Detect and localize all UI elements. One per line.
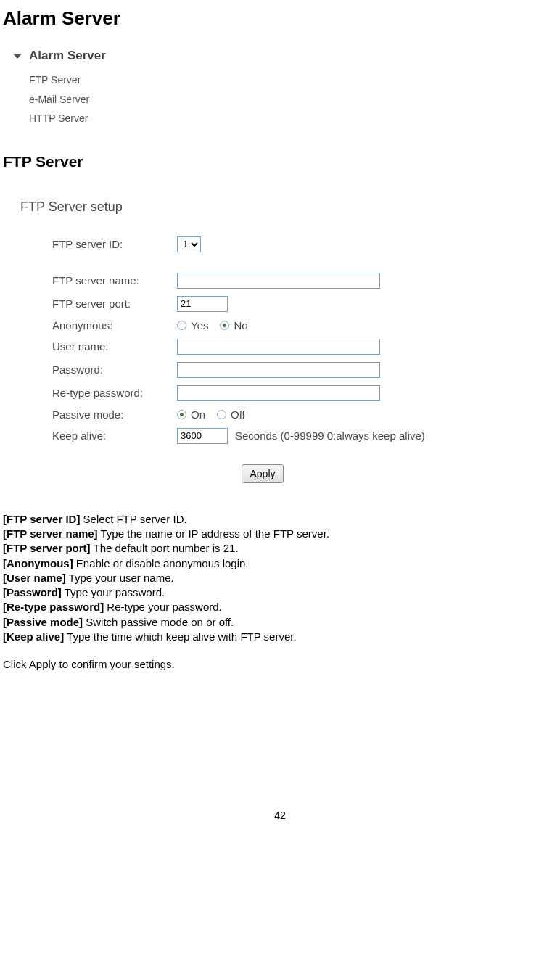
nav-block: Alarm Server FTP Server e-Mail Server HT… xyxy=(13,49,560,128)
label-password: Password: xyxy=(52,363,177,376)
ftp-setup-panel: FTP Server setup FTP server ID: 1 FTP se… xyxy=(20,199,560,483)
input-server-name[interactable] xyxy=(177,273,380,289)
row-server-port: FTP server port: xyxy=(52,296,560,312)
row-passive: Passive mode: On Off xyxy=(52,408,560,421)
desc-passive: [Passive mode] Switch passive mode on or… xyxy=(3,615,560,630)
radio-passive-off[interactable] xyxy=(217,410,226,419)
radio-passive-on[interactable] xyxy=(177,410,186,419)
description-block: [FTP server ID] Select FTP server ID. [F… xyxy=(3,512,560,672)
radio-anonymous-yes[interactable] xyxy=(177,321,186,330)
form-area: FTP server ID: 1 FTP server name: FTP se… xyxy=(52,236,560,483)
nav-item-ftp: FTP Server xyxy=(29,70,560,90)
radio-label-no: No xyxy=(234,319,247,332)
page-number: 42 xyxy=(0,810,560,828)
input-user-name[interactable] xyxy=(177,339,380,355)
desc-retype: [Re-type password] Re-type your password… xyxy=(3,600,560,614)
click-apply-line: Click Apply to confirm your settings. xyxy=(3,657,560,672)
select-server-id[interactable]: 1 xyxy=(177,236,201,252)
nav-title-label: Alarm Server xyxy=(29,49,106,63)
label-server-port: FTP server port: xyxy=(52,297,177,310)
desc-server-port: [FTP server port] The default port numbe… xyxy=(3,541,560,556)
radio-label-yes: Yes xyxy=(191,319,208,332)
label-server-name: FTP server name: xyxy=(52,274,177,287)
button-row: Apply xyxy=(52,464,560,483)
input-keep-alive[interactable] xyxy=(177,428,228,444)
row-server-name: FTP server name: xyxy=(52,273,560,289)
desc-user-name: [User name] Type your user name. xyxy=(3,571,560,585)
row-password: Password: xyxy=(52,362,560,378)
chevron-down-icon xyxy=(13,54,22,59)
nav-item-email: e-Mail Server xyxy=(29,90,560,110)
radio-anonymous-no[interactable] xyxy=(220,321,229,330)
nav-title-row: Alarm Server xyxy=(13,49,560,63)
label-keep-alive: Keep alive: xyxy=(52,429,177,442)
row-server-id: FTP server ID: 1 xyxy=(52,236,560,252)
keep-alive-suffix: Seconds (0-99999 0:always keep alive) xyxy=(235,429,425,442)
desc-server-name: [FTP server name] Type the name or IP ad… xyxy=(3,527,560,541)
row-anonymous: Anonymous: Yes No xyxy=(52,319,560,332)
nav-items: FTP Server e-Mail Server HTTP Server xyxy=(29,70,560,128)
row-retype: Re-type password: xyxy=(52,385,560,401)
label-user-name: User name: xyxy=(52,340,177,353)
label-retype: Re-type password: xyxy=(52,387,177,399)
apply-button[interactable]: Apply xyxy=(242,464,283,483)
heading-ftp-server: FTP Server xyxy=(3,153,560,170)
input-password[interactable] xyxy=(177,362,380,378)
desc-keep-alive: [Keep alive] Type the time which keep al… xyxy=(3,630,560,644)
desc-server-id: [FTP server ID] Select FTP server ID. xyxy=(3,512,560,527)
radio-label-off: Off xyxy=(231,408,245,421)
desc-anonymous: [Anonymous] Enable or disable anonymous … xyxy=(3,556,560,571)
row-user-name: User name: xyxy=(52,339,560,355)
row-keep-alive: Keep alive: Seconds (0-99999 0:always ke… xyxy=(52,428,560,444)
heading-alarm-server: Alarm Server xyxy=(3,7,560,30)
label-server-id: FTP server ID: xyxy=(52,238,177,250)
input-server-port[interactable] xyxy=(177,296,228,312)
input-retype[interactable] xyxy=(177,385,380,401)
radio-label-on: On xyxy=(191,408,205,421)
desc-password: [Password] Type your password. xyxy=(3,585,560,600)
label-passive: Passive mode: xyxy=(52,408,177,421)
nav-item-http: HTTP Server xyxy=(29,109,560,128)
label-anonymous: Anonymous: xyxy=(52,319,177,332)
ftp-setup-title: FTP Server setup xyxy=(20,199,560,215)
